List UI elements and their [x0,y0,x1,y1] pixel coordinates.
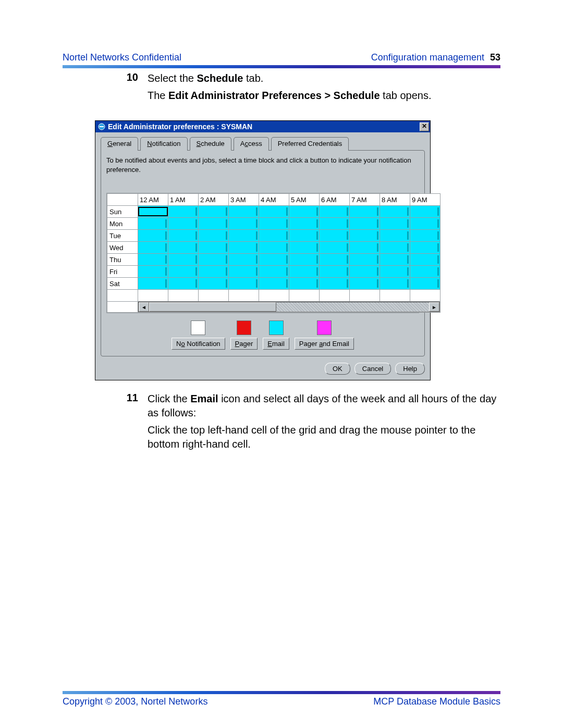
tab-preferred-credentials[interactable]: Preferred Credentials [271,137,349,151]
schedule-cell[interactable] [199,278,229,290]
page-footer: Copyright © 2003, Nortel Networks MCP Da… [63,691,500,707]
schedule-cell[interactable] [199,242,229,254]
schedule-cell[interactable] [138,278,168,290]
schedule-cell[interactable] [410,254,440,266]
schedule-cell[interactable] [199,254,229,266]
hscrollbar[interactable]: ◄► [138,302,440,312]
schedule-cell[interactable] [289,218,320,230]
schedule-cell[interactable] [289,230,320,242]
scroll-left-button[interactable]: ◄ [139,302,149,312]
tab-general[interactable]: General [101,137,138,151]
schedule-cell[interactable] [199,206,229,218]
schedule-cell[interactable] [350,218,380,230]
schedule-cell[interactable] [380,242,410,254]
schedule-cell[interactable] [350,230,380,242]
schedule-cell[interactable] [138,206,168,218]
schedule-cell[interactable] [138,254,168,266]
step-body: Click the Email icon and select all days… [148,392,500,454]
schedule-cell[interactable] [380,278,410,290]
schedule-cell[interactable] [410,206,440,218]
schedule-cell[interactable] [168,218,199,230]
scroll-right-button[interactable]: ► [429,302,439,312]
close-button[interactable]: ✕ [420,122,429,131]
help-button[interactable]: Help [395,363,425,375]
schedule-cell[interactable] [350,266,380,278]
ok-button[interactable]: OK [325,363,350,375]
schedule-cell[interactable] [320,218,350,230]
legend-no-notification[interactable]: No Notification [172,320,225,350]
schedule-cell[interactable] [320,206,350,218]
schedule-cell[interactable] [229,230,259,242]
hour-header: 2 AM [199,194,229,206]
schedule-cell[interactable] [320,230,350,242]
schedule-cell[interactable] [320,266,350,278]
schedule-cell[interactable] [289,242,320,254]
dialog-button-row: OK Cancel Help [101,363,425,375]
tab-access[interactable]: Access [234,137,269,151]
schedule-cell[interactable] [259,218,289,230]
schedule-cell[interactable] [168,266,199,278]
cancel-button[interactable]: Cancel [354,363,391,375]
schedule-cell[interactable] [138,242,168,254]
schedule-cell[interactable] [259,242,289,254]
schedule-cell[interactable] [229,278,259,290]
schedule-cell[interactable] [168,206,199,218]
schedule-cell[interactable] [320,254,350,266]
schedule-cell[interactable] [199,266,229,278]
schedule-cell[interactable] [199,230,229,242]
schedule-cell[interactable] [410,278,440,290]
schedule-cell[interactable] [350,206,380,218]
day-header: Sat [107,278,138,290]
schedule-cell[interactable] [320,278,350,290]
schedule-cell[interactable] [289,254,320,266]
schedule-cell[interactable] [380,206,410,218]
schedule-cell[interactable] [229,242,259,254]
schedule-cell[interactable] [259,278,289,290]
schedule-cell[interactable] [259,230,289,242]
tab-schedule[interactable]: Schedule [190,137,231,151]
schedule-cell[interactable] [380,254,410,266]
schedule-cell[interactable] [259,254,289,266]
schedule-cell[interactable] [410,230,440,242]
legend-email[interactable]: Email [263,320,289,350]
grid-corner [107,194,138,206]
schedule-cell[interactable] [259,206,289,218]
schedule-cell[interactable] [168,254,199,266]
hour-header: 8 AM [380,194,410,206]
schedule-cell[interactable] [380,230,410,242]
schedule-cell[interactable] [289,206,320,218]
copyright: Copyright © 2003, Nortel Networks [63,696,207,707]
schedule-cell[interactable] [199,218,229,230]
schedule-cell[interactable] [229,206,259,218]
schedule-cell[interactable] [410,242,440,254]
schedule-cell[interactable] [229,218,259,230]
schedule-cell[interactable] [410,218,440,230]
schedule-cell[interactable] [380,266,410,278]
legend-pager[interactable]: Pager [230,320,258,350]
schedule-cell[interactable] [138,218,168,230]
schedule-cell[interactable] [380,218,410,230]
schedule-cell[interactable] [138,230,168,242]
scroll-thumb[interactable] [149,302,276,312]
schedule-cell[interactable] [289,278,320,290]
panel-instructions: To be notified about events and jobs, se… [106,156,419,174]
schedule-cell[interactable] [168,230,199,242]
schedule-cell[interactable] [138,266,168,278]
schedule-cell[interactable] [350,278,380,290]
hour-header: 5 AM [289,194,320,206]
legend-pager-and-email[interactable]: Pager and Email [295,320,354,350]
schedule-cell[interactable] [168,242,199,254]
empty-cell [380,290,410,302]
tab-notification[interactable]: Notification [140,137,187,151]
schedule-cell[interactable] [410,266,440,278]
schedule-cell[interactable] [289,266,320,278]
scroll-track[interactable] [149,302,429,312]
schedule-cell[interactable] [350,254,380,266]
schedule-cell[interactable] [320,242,350,254]
schedule-cell[interactable] [168,278,199,290]
schedule-cell[interactable] [229,266,259,278]
svg-rect-1 [100,126,104,127]
schedule-cell[interactable] [350,242,380,254]
schedule-cell[interactable] [229,254,259,266]
schedule-cell[interactable] [259,266,289,278]
